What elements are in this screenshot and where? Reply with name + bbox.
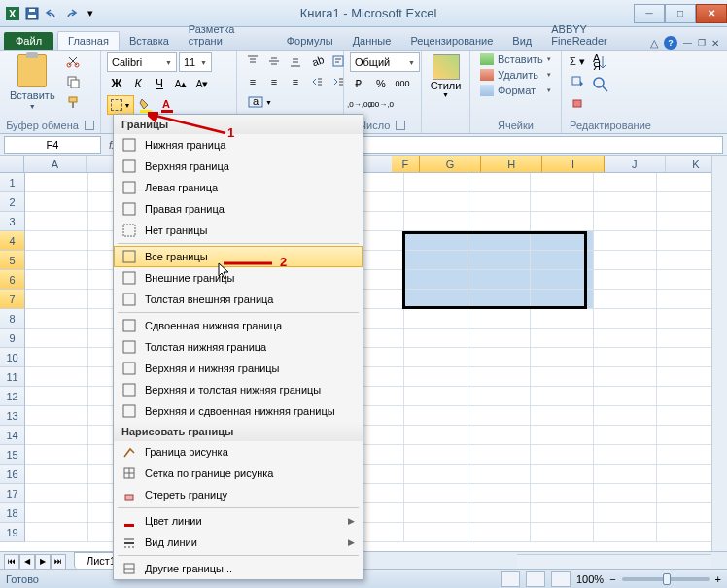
tab-view[interactable]: Вид <box>502 32 541 50</box>
find-select-button[interactable] <box>591 75 610 94</box>
draw-border-option[interactable]: Сетка по границе рисунка <box>114 463 363 484</box>
cell[interactable] <box>404 387 467 406</box>
border-option[interactable]: Нет границы <box>114 220 363 241</box>
cell[interactable] <box>531 290 594 309</box>
italic-button[interactable]: К <box>128 75 148 92</box>
clear-icon[interactable] <box>568 93 587 111</box>
cell[interactable] <box>531 231 594 251</box>
select-all-corner[interactable] <box>0 156 24 172</box>
tab-review[interactable]: Рецензирование <box>400 32 502 50</box>
cell[interactable] <box>404 251 467 270</box>
cell[interactable] <box>594 465 657 484</box>
border-option[interactable]: Толстая нижняя граница <box>114 336 363 358</box>
cell[interactable] <box>404 231 467 251</box>
border-option[interactable]: Все границы <box>114 246 363 267</box>
cell[interactable] <box>467 445 531 465</box>
cell[interactable] <box>25 426 88 445</box>
cell[interactable] <box>25 192 88 212</box>
bold-button[interactable]: Ж <box>107 75 126 92</box>
cell[interactable] <box>404 348 467 367</box>
undo-icon[interactable] <box>43 5 60 22</box>
view-layout-icon[interactable] <box>526 571 545 587</box>
col-header-h[interactable]: H <box>481 156 542 172</box>
cell[interactable] <box>594 445 657 465</box>
row-header[interactable]: 9 <box>0 329 25 348</box>
percent-format-icon[interactable]: % <box>371 75 391 92</box>
border-option[interactable]: Нижняя граница <box>114 134 363 156</box>
sheet-nav-last[interactable]: ⏭ <box>51 554 66 570</box>
cell[interactable] <box>594 387 657 406</box>
zoom-in-button[interactable]: + <box>715 573 721 585</box>
cell[interactable] <box>467 212 531 231</box>
cell[interactable] <box>594 426 657 445</box>
cell[interactable] <box>594 212 657 231</box>
cell[interactable] <box>531 406 594 426</box>
cell[interactable] <box>531 367 594 387</box>
cell[interactable] <box>467 406 531 426</box>
decrease-indent-icon[interactable] <box>307 73 327 90</box>
row-header[interactable]: 14 <box>0 426 25 445</box>
cell[interactable] <box>467 290 531 309</box>
cell[interactable] <box>531 348 594 367</box>
cell[interactable] <box>404 212 467 231</box>
cell[interactable] <box>467 173 531 192</box>
border-option[interactable]: Верхняя и сдвоенная нижняя границы <box>114 400 363 422</box>
doc-restore-icon[interactable]: ❐ <box>698 38 706 48</box>
cell[interactable] <box>404 426 467 445</box>
cell[interactable] <box>531 270 594 290</box>
decrease-font-icon[interactable]: A▾ <box>192 75 212 92</box>
align-left-icon[interactable]: ≡ <box>243 73 262 90</box>
tab-abbyy[interactable]: ABBYY FineReader <box>541 20 650 50</box>
merge-cells-icon[interactable]: a▼ <box>243 93 277 111</box>
cell[interactable] <box>404 192 467 212</box>
cell[interactable] <box>594 503 657 523</box>
col-header-j[interactable]: J <box>605 156 666 172</box>
cell[interactable] <box>404 503 467 523</box>
cell[interactable] <box>531 465 594 484</box>
fill-color-button[interactable] <box>136 96 156 114</box>
ribbon-minimize-icon[interactable]: △ <box>650 37 658 50</box>
row-header[interactable]: 17 <box>0 484 25 503</box>
cell[interactable] <box>404 309 467 329</box>
cell[interactable] <box>25 445 88 465</box>
cell[interactable] <box>594 173 657 192</box>
border-option[interactable]: Верхняя и толстая нижняя границы <box>114 379 363 400</box>
cell[interactable] <box>531 329 594 348</box>
col-header-a[interactable]: A <box>24 156 86 172</box>
delete-cells-button[interactable]: Удалить▾ <box>476 68 555 82</box>
cell[interactable] <box>467 465 531 484</box>
cell[interactable] <box>404 465 467 484</box>
border-option[interactable]: Верхняя и нижняя границы <box>114 358 363 379</box>
horizontal-scrollbar[interactable] <box>517 554 711 570</box>
autosum-icon[interactable]: Σ ▾ <box>568 52 587 70</box>
cell[interactable] <box>467 484 531 503</box>
cell[interactable] <box>25 367 88 387</box>
cell[interactable] <box>531 445 594 465</box>
row-header[interactable]: 15 <box>0 445 25 465</box>
cut-icon[interactable] <box>63 52 83 70</box>
excel-icon[interactable]: X <box>4 5 21 22</box>
cell[interactable] <box>404 406 467 426</box>
insert-cells-button[interactable]: Вставить▾ <box>476 52 555 66</box>
cell[interactable] <box>404 270 467 290</box>
cell[interactable] <box>25 387 88 406</box>
row-header[interactable]: 19 <box>0 523 25 542</box>
clipboard-dialog-launcher[interactable] <box>85 121 94 130</box>
align-center-icon[interactable]: ≡ <box>264 73 284 90</box>
decrease-decimal-icon[interactable]: ,00→,0 <box>371 95 391 113</box>
sort-filter-button[interactable]: АЯ <box>591 52 610 72</box>
styles-button[interactable]: Стили ▼ <box>425 52 467 100</box>
cell[interactable] <box>531 503 594 523</box>
sheet-nav-first[interactable]: ⏮ <box>4 554 19 570</box>
underline-button[interactable]: Ч <box>150 75 169 92</box>
tab-file[interactable]: Файл <box>4 32 53 50</box>
accounting-format-icon[interactable]: ₽ <box>350 75 369 92</box>
vertical-scrollbar[interactable] <box>711 156 727 554</box>
name-box[interactable]: F4 <box>4 136 101 154</box>
cell[interactable] <box>594 484 657 503</box>
zoom-level[interactable]: 100% <box>576 573 604 585</box>
cell[interactable] <box>25 231 88 251</box>
cell[interactable] <box>404 329 467 348</box>
redo-icon[interactable] <box>62 5 80 22</box>
increase-decimal-icon[interactable]: ,0→,00 <box>350 95 369 113</box>
